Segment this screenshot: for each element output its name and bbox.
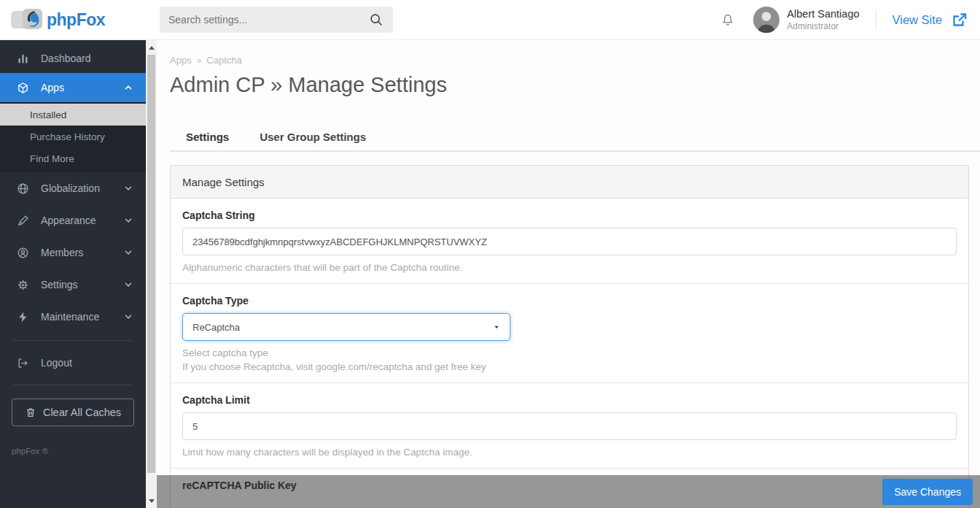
user-name: Albert Santiago — [787, 8, 859, 20]
gear-icon — [17, 279, 29, 291]
captcha-string-label: Captcha String — [182, 209, 957, 221]
copyright-text: phpFox ® — [12, 447, 146, 455]
settings-search — [160, 7, 393, 33]
subitem-label: Purchase History — [30, 131, 105, 142]
sidebar-item-apps[interactable]: Apps — [0, 73, 146, 102]
brand-name: phpFox — [47, 10, 105, 30]
sidebar-item-label: Appearance — [41, 215, 96, 226]
external-link-icon — [951, 11, 968, 28]
member-icon — [17, 247, 29, 259]
subitem-label: Find More — [30, 153, 74, 164]
user-info[interactable]: Albert Santiago Administrator — [787, 8, 859, 31]
field-captcha-string: Captcha String Alphanumeric characters t… — [171, 199, 968, 283]
sidebar-item-appearance[interactable]: Appearance — [0, 204, 146, 236]
sidebar-item-label: Logout — [41, 357, 72, 369]
sidebar: Dashboard Apps Installed Purchase Histor… — [0, 40, 146, 508]
search-icon[interactable] — [368, 12, 384, 28]
sidebar-item-label: Apps — [41, 82, 64, 93]
tab-user-group-settings[interactable]: User Group Settings — [260, 131, 366, 143]
captcha-type-help-2: If you choose Recaptcha, visit google.co… — [182, 361, 957, 372]
sticky-save-bar: Save Changes — [157, 475, 980, 508]
sidebar-subitem-purchase-history[interactable]: Purchase History — [0, 126, 146, 147]
search-input[interactable] — [168, 14, 368, 26]
captcha-type-label: Captcha Type — [182, 295, 957, 307]
breadcrumb-captcha[interactable]: Captcha — [206, 55, 241, 66]
breadcrumb: Apps » Captcha — [170, 55, 980, 66]
view-site-link[interactable]: View Site — [892, 11, 968, 28]
manage-settings-panel: Manage Settings Captcha String Alphanume… — [170, 165, 969, 508]
chevron-up-icon — [124, 83, 133, 92]
tab-bar: Settings User Group Settings — [170, 131, 980, 152]
scroll-down-arrow[interactable] — [146, 495, 157, 507]
breadcrumb-apps[interactable]: Apps — [170, 55, 192, 66]
user-role: Administrator — [787, 21, 859, 31]
chevron-down-icon — [124, 280, 133, 289]
tab-settings[interactable]: Settings — [186, 131, 229, 143]
brand-logo[interactable]: phpFox — [0, 7, 160, 32]
clear-caches-label: Clear All Caches — [43, 407, 121, 418]
breadcrumb-separator: » — [197, 55, 202, 66]
subitem-label: Installed — [30, 109, 66, 120]
sidebar-item-members[interactable]: Members — [0, 236, 146, 269]
captcha-limit-label: Captcha Limit — [182, 394, 957, 406]
captcha-limit-help: Limit how many characters will be displa… — [182, 447, 957, 458]
user-avatar[interactable] — [753, 7, 779, 33]
captcha-limit-input[interactable] — [182, 412, 957, 440]
view-site-label: View Site — [892, 13, 942, 27]
sidebar-item-logout[interactable]: Logout — [0, 348, 146, 377]
chevron-down-icon — [124, 216, 133, 225]
chevron-down-icon — [124, 184, 133, 193]
sidebar-item-dashboard[interactable]: Dashboard — [0, 44, 146, 73]
apps-submenu: Installed Purchase History Find More — [0, 102, 146, 172]
bar-chart-icon — [17, 53, 29, 65]
sidebar-item-maintenance[interactable]: Maintenance — [0, 301, 146, 333]
top-header: phpFox Albert Santiago Administrator Vie… — [0, 0, 980, 40]
save-changes-button[interactable]: Save Changes — [882, 479, 973, 505]
sidebar-item-label: Members — [41, 247, 83, 258]
cube-icon — [17, 82, 29, 94]
sidebar-item-label: Dashboard — [41, 53, 91, 64]
chevron-down-icon — [124, 248, 133, 257]
bolt-icon — [17, 311, 29, 323]
logout-icon — [17, 357, 29, 369]
sidebar-item-settings[interactable]: Settings — [0, 269, 146, 301]
globe-icon — [17, 182, 29, 195]
sidebar-item-label: Globalization — [41, 182, 100, 194]
panel-header: Manage Settings — [171, 166, 968, 199]
chevron-down-icon — [124, 312, 133, 321]
caret-down-icon — [493, 323, 500, 331]
sidebar-subitem-find-more[interactable]: Find More — [0, 147, 146, 169]
field-captcha-type: Captcha Type ReCaptcha Select captcha ty… — [171, 283, 968, 382]
captcha-string-input[interactable] — [182, 228, 957, 255]
sidebar-subitem-installed[interactable]: Installed — [0, 104, 146, 126]
scrollbar-thumb[interactable] — [147, 55, 155, 473]
header-right: Albert Santiago Administrator View Site — [720, 7, 980, 33]
main-content: Apps » Captcha Admin CP » Manage Setting… — [157, 40, 980, 508]
clear-all-caches-button[interactable]: Clear All Caches — [12, 399, 134, 426]
captcha-type-value: ReCaptcha — [192, 322, 240, 333]
notifications-bell-icon[interactable] — [720, 12, 736, 28]
sidebar-item-label: Settings — [41, 279, 78, 290]
header-divider — [876, 9, 876, 30]
page-title: Admin CP » Manage Settings — [170, 73, 980, 97]
scroll-up-arrow[interactable] — [146, 42, 157, 53]
pen-icon — [17, 215, 29, 227]
sidebar-item-label: Maintenance — [41, 311, 99, 323]
sidebar-item-globalization[interactable]: Globalization — [0, 172, 146, 204]
sidebar-scrollbar[interactable] — [146, 40, 157, 508]
trash-icon — [25, 407, 36, 418]
captcha-type-select[interactable]: ReCaptcha — [182, 313, 510, 341]
captcha-type-help: Select captcha type — [182, 347, 957, 358]
sidebar-divider — [13, 340, 133, 341]
field-captcha-limit: Captcha Limit Limit how many characters … — [171, 382, 968, 468]
captcha-string-help: Alphanumeric characters that will be par… — [182, 262, 957, 273]
sidebar-divider — [13, 385, 133, 385]
phpfox-logo-icon — [10, 7, 44, 32]
